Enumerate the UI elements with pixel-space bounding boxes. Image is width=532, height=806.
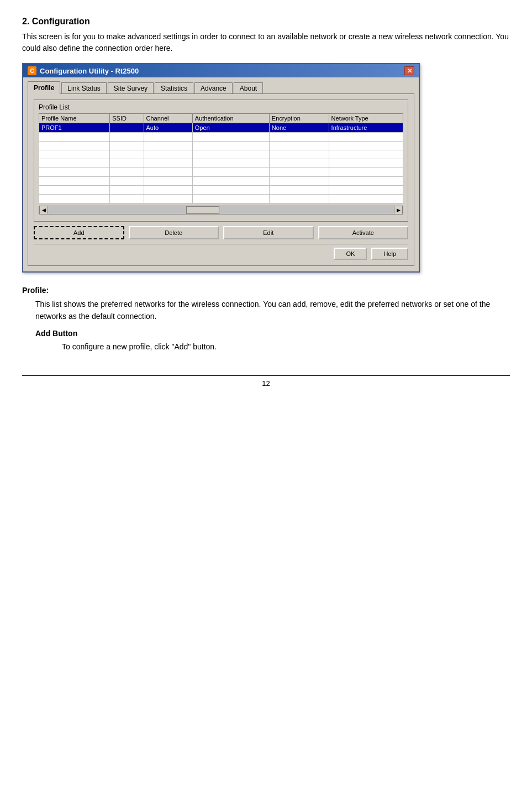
- col-ssid: SSID: [110, 114, 144, 123]
- scroll-right-button[interactable]: ▶: [394, 206, 403, 214]
- table-row[interactable]: [39, 150, 403, 159]
- dialog-title: Configuration Utility - Rt2500: [40, 67, 139, 75]
- profile-section-body: This list shows the preferred networks f…: [35, 298, 510, 353]
- profile-table: Profile Name SSID Channel Authentication…: [39, 113, 403, 203]
- dialog-titlebar: C Configuration Utility - Rt2500 ✕: [23, 64, 419, 77]
- table-header-row: Profile Name SSID Channel Authentication…: [39, 114, 403, 123]
- horizontal-scrollbar[interactable]: ◀ ▶: [39, 206, 403, 214]
- ok-button[interactable]: OK: [334, 248, 367, 260]
- tab-statistics[interactable]: Statistics: [155, 82, 193, 94]
- table-row[interactable]: [39, 168, 403, 177]
- activate-button[interactable]: Activate: [318, 226, 409, 239]
- dialog-app-icon: C: [28, 66, 36, 75]
- profile-list-label: Profile List: [39, 103, 403, 111]
- tab-profile[interactable]: Profile: [28, 81, 60, 94]
- add-button-section-title: Add Button: [35, 327, 510, 339]
- add-button[interactable]: Add: [34, 226, 124, 239]
- col-channel: Channel: [144, 114, 192, 123]
- col-authentication: Authentication: [192, 114, 269, 123]
- tab-site-survey[interactable]: Site Survey: [108, 82, 154, 94]
- help-button[interactable]: Help: [371, 248, 408, 260]
- tab-about[interactable]: About: [234, 82, 263, 94]
- tab-link-status[interactable]: Link Status: [61, 82, 106, 94]
- table-row[interactable]: [39, 133, 403, 142]
- table-row[interactable]: [39, 186, 403, 195]
- dialog-window: C Configuration Utility - Rt2500 ✕ Profi…: [22, 63, 420, 273]
- tab-advance[interactable]: Advance: [194, 82, 233, 94]
- sections-container: Profile: This list shows the preferred n…: [22, 286, 510, 353]
- page-footer: 12: [22, 375, 510, 388]
- intro-text: This screen is for you to make advanced …: [22, 31, 510, 54]
- add-button-section-body: To configure a new profile, click "Add" …: [62, 341, 510, 353]
- bottom-buttons: OK Help: [34, 244, 408, 260]
- dialog-body: Profile Link Status Site Survey Statisti…: [23, 77, 419, 271]
- tab-content-profile: Profile List Profile Name SSID Channel A…: [28, 93, 414, 266]
- table-row[interactable]: [39, 142, 403, 150]
- scroll-thumb[interactable]: [186, 206, 219, 214]
- profile-section-title: Profile:: [22, 286, 510, 295]
- table-row[interactable]: PROF1AutoOpenNoneInfrastructure: [39, 123, 403, 133]
- scroll-track: [48, 206, 394, 214]
- close-button[interactable]: ✕: [404, 66, 414, 75]
- page-number: 12: [262, 379, 270, 388]
- titlebar-left: C Configuration Utility - Rt2500: [28, 66, 139, 75]
- delete-button[interactable]: Delete: [129, 226, 219, 239]
- tab-bar: Profile Link Status Site Survey Statisti…: [28, 81, 414, 93]
- profile-list-box: Profile List Profile Name SSID Channel A…: [34, 100, 408, 222]
- table-row[interactable]: [39, 195, 403, 203]
- col-encryption: Encryption: [269, 114, 329, 123]
- col-network-type: Network Type: [329, 114, 403, 123]
- page-heading: 2. Configuration: [22, 17, 510, 27]
- action-buttons: Add Delete Edit Activate: [34, 226, 408, 239]
- edit-button[interactable]: Edit: [223, 226, 314, 239]
- table-row[interactable]: [39, 159, 403, 168]
- table-row[interactable]: [39, 177, 403, 186]
- col-profile-name: Profile Name: [39, 114, 110, 123]
- scroll-left-button[interactable]: ◀: [39, 206, 48, 214]
